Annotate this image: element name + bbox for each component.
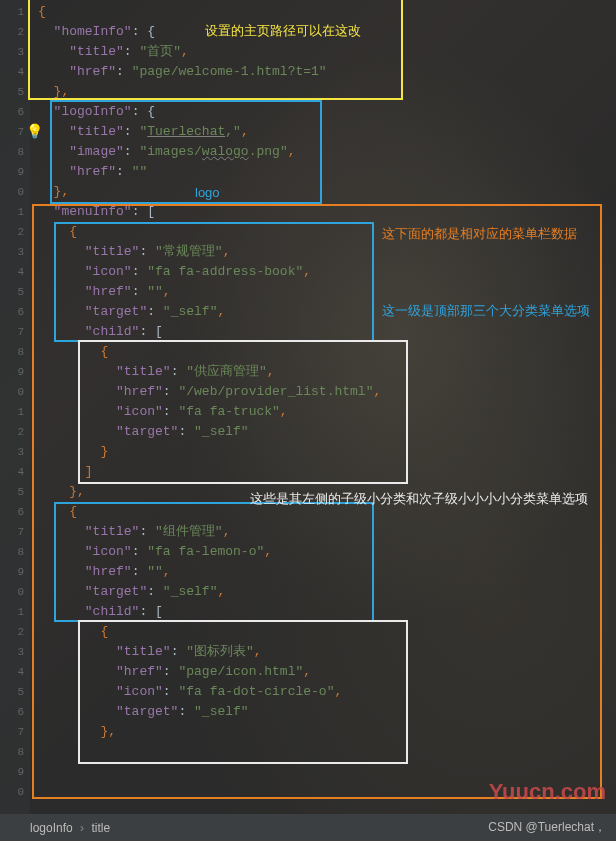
code-line: "href": "page/welcome-1.html?t=1" [38, 62, 616, 82]
footer-right: CSDN @Tuerlechat， [488, 819, 606, 836]
breadcrumb-item[interactable]: title [91, 821, 110, 835]
status-bar: logoInfo › title CSDN @Tuerlechat， [0, 814, 616, 841]
code-line: { [38, 622, 616, 642]
code-line: "href": "" [38, 162, 616, 182]
intention-bulb-icon[interactable]: 💡 [26, 123, 40, 137]
code-line: "title": "供应商管理", [38, 362, 616, 382]
code-line: "menuInfo": [ [38, 202, 616, 222]
code-line: "title": "组件管理", [38, 522, 616, 542]
code-line: { [38, 2, 616, 22]
code-line: "title": "首页", [38, 42, 616, 62]
annotation-homeinfo: 设置的主页路径可以在这改 [205, 22, 361, 40]
breadcrumb-item[interactable]: logoInfo [30, 821, 73, 835]
code-line: "icon": "fa fa-truck", [38, 402, 616, 422]
code-line: }, [38, 722, 616, 742]
code-area[interactable]: 💡 { "homeInfo": { "title": "首页", "href":… [30, 0, 616, 814]
code-line: }, [38, 82, 616, 102]
code-line: "target": "_self" [38, 422, 616, 442]
code-line: "href": "", [38, 562, 616, 582]
chevron-right-icon: › [80, 821, 84, 835]
code-line: } [38, 442, 616, 462]
code-line: "href": "/web/provider_list.html", [38, 382, 616, 402]
code-line: "href": "page/icon.html", [38, 662, 616, 682]
code-line: "icon": "fa fa-address-book", [38, 262, 616, 282]
breadcrumb[interactable]: logoInfo › title [30, 821, 110, 835]
code-line: "title": "图标列表", [38, 642, 616, 662]
code-line: "title": "Tuerlechat,", [38, 122, 616, 142]
code-line: "target": "_self" [38, 702, 616, 722]
code-line: "logoInfo": { [38, 102, 616, 122]
code-line: "icon": "fa fa-dot-circle-o", [38, 682, 616, 702]
annotation-child: 这些是其左侧的子级小分类和次子级小小小小分类菜单选项 [250, 490, 588, 508]
code-line: }, [38, 182, 616, 202]
watermark: Yuucn.com [489, 779, 606, 805]
code-line: "target": "_self", [38, 582, 616, 602]
code-line: "href": "", [38, 282, 616, 302]
code-line: ] [38, 462, 616, 482]
code-line: "icon": "fa fa-lemon-o", [38, 542, 616, 562]
code-editor[interactable]: 1234567890123456789012345678901234567890… [0, 0, 616, 814]
code-line: { [38, 342, 616, 362]
annotation-logo: logo [195, 185, 220, 200]
annotation-level1: 这一级是顶部那三个大分类菜单选项 [382, 302, 590, 320]
code-line: "child": [ [38, 602, 616, 622]
code-line: "title": "常规管理", [38, 242, 616, 262]
code-line: "child": [ [38, 322, 616, 342]
annotation-menuinfo: 这下面的都是相对应的菜单栏数据 [382, 225, 577, 243]
code-line: "image": "images/walogo.png", [38, 142, 616, 162]
